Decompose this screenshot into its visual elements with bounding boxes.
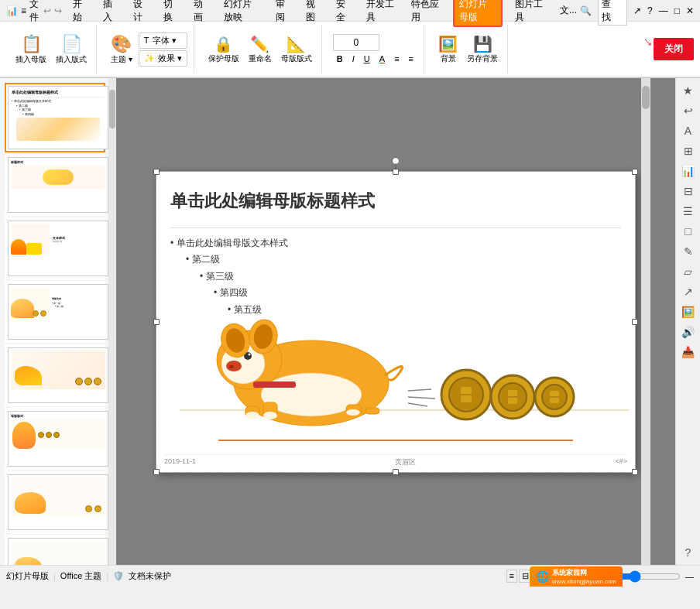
menu-picture-tools[interactable]: 图片工具 [512,0,547,26]
right-btn-minus[interactable]: ⊟ [679,182,698,200]
handle-ml[interactable] [153,319,160,325]
undo-btn[interactable]: ↩ [43,5,51,16]
slide-thumb-7[interactable] [5,471,105,533]
thumb-preview-2: 标题样式 [8,157,108,213]
handle-bm[interactable] [393,469,399,475]
slide-scrollbar-thumb[interactable] [109,90,115,128]
handle-mr[interactable] [632,319,638,325]
minimize-btn[interactable]: — [659,5,668,16]
right-btn-pen[interactable]: ✎ [679,242,698,261]
ribbon-content: 📋 插入母版 📄 插入版式 🎨 主题 ▾ T 字体 ▾ [0,22,700,77]
title-bar-left: 📊 ≡ 文件 ↩ ↪ [6,0,62,24]
right-btn-list[interactable]: ☰ [679,202,698,221]
font-size-input[interactable] [333,34,379,51]
theme-icon: 🎨 [111,34,132,54]
slide-thumb-4[interactable]: 母版文本 • 第一级 • 第二级 [5,281,105,343]
canvas-scrollbar-thumb[interactable] [642,86,650,109]
handle-tm[interactable] [393,169,399,175]
svg-point-18 [263,412,277,419]
font-btn[interactable]: T 字体 ▾ [139,33,187,49]
menu-slide-master[interactable]: 幻灯片母版 [453,0,503,27]
watermark-name: 系统家园网 [552,568,616,578]
right-btn-link[interactable]: ↗ [679,282,698,301]
right-btn-square[interactable]: □ [679,222,698,241]
align-right-btn[interactable]: ≡ [405,53,417,65]
right-btn-text[interactable]: A [679,121,698,140]
help-btn[interactable]: ? [647,5,653,16]
search-label[interactable]: 查找 [598,0,627,26]
redo-btn[interactable]: ↪ [54,5,62,16]
menu-slideshow[interactable]: 幻灯片放映 [221,0,264,26]
slide-thumb-6[interactable]: 母版版式 [5,408,105,470]
italic-btn[interactable]: I [348,53,359,65]
slide-thumb-8[interactable] [5,535,105,565]
font-color-btn[interactable]: A [376,53,389,65]
slide-panel-scrollbar[interactable] [108,78,116,565]
underline-btn[interactable]: U [360,53,374,65]
ribbon-group-master: 🔒 保护母版 ✏️ 重命名 📐 母版版式 [199,25,322,74]
menu-insert[interactable]: 插入 [100,0,121,26]
file-menu[interactable]: ≡ [21,5,26,16]
master-layout-btn[interactable]: 📐 母版版式 [278,33,315,66]
right-btn-back[interactable]: ↩ [679,101,698,120]
theme-btn[interactable]: 🎨 主题 ▾ [108,33,136,67]
right-btn-star[interactable]: ★ [679,81,698,100]
protect-master-btn[interactable]: 🔒 保护母版 [205,33,242,66]
menu-security[interactable]: 安全 [333,0,354,26]
slide-thumb-1[interactable]: 1 单击此处编辑母版标题样式 • 单击此处编辑母版文本样式 • 第二级 • 第三… [5,83,105,152]
slide-thumb-5[interactable] [5,344,105,406]
share-btn[interactable]: ↗ [633,5,641,16]
canvas-area: 单击此处编辑母版标题样式 • 单击此处编辑母版文本样式 • 第二级 • 第三级 … [116,78,675,565]
right-btn-grid[interactable]: ⊞ [679,142,698,160]
effects-btn[interactable]: ✨ 效果 ▾ [139,50,187,67]
slide-thumb-2[interactable]: 标题样式 [5,154,105,216]
zoom-slider[interactable] [619,570,681,583]
svg-line-23 [408,403,427,406]
close-master-btn[interactable]: 关闭 [654,38,694,60]
align-left-btn[interactable]: ≡ [390,53,403,65]
handle-tl[interactable] [153,169,160,175]
right-btn-question[interactable]: ? [679,543,698,562]
handle-bl[interactable] [153,469,160,475]
handle-br[interactable] [632,469,638,475]
right-btn-chart[interactable]: 📊 [679,162,698,180]
insert-master-label: 插入母版 [15,54,46,65]
zoom-out-btn[interactable]: — [685,572,694,581]
status-separator1: | [53,572,56,581]
right-btn-sound[interactable]: 🔊 [679,323,698,341]
watermark-text: 系统家园网 www.xitongjiayuan.com [552,568,616,585]
handle-tr[interactable] [632,169,638,175]
rename-btn[interactable]: ✏️ 重命名 [245,33,275,66]
menu-developer[interactable]: 开发工具 [363,0,399,26]
menu-transition[interactable]: 切换 [160,0,181,26]
menu-more[interactable]: 文... [557,2,580,19]
footer-center: 页眉区 [395,457,416,467]
slide-canvas[interactable]: 单击此处编辑母版标题样式 • 单击此处编辑母版文本样式 • 第二级 • 第三级 … [156,171,636,473]
canvas-scrollbar[interactable] [641,78,650,565]
insert-layout-btn[interactable]: 📄 插入版式 [53,33,90,67]
thumb-content-5 [9,348,108,392]
maximize-btn[interactable]: □ [674,5,680,16]
menu-start[interactable]: 开始 [70,0,91,26]
insert-layout-icon: 📄 [61,34,82,54]
normal-view-btn[interactable]: ≡ [506,570,517,583]
right-btn-image[interactable]: 🖼️ [679,303,698,321]
menu-review[interactable]: 审阅 [273,0,293,26]
menu-design[interactable]: 设计 [130,0,151,26]
menu-special[interactable]: 特色应用 [408,0,444,26]
ribbon-group-theme: 🎨 主题 ▾ T 字体 ▾ ✨ 效果 ▾ [101,25,194,74]
svg-line-22 [408,397,435,399]
right-btn-frame[interactable]: ▱ [679,262,698,281]
save-background-btn[interactable]: 💾 另存背景 [464,33,501,66]
bold-btn[interactable]: B [333,53,347,65]
menu-view[interactable]: 视图 [303,0,324,26]
file-label[interactable]: 文件 [29,0,40,24]
slide-thumb-3[interactable]: 文本样式 内容区域 [5,217,105,279]
background-btn[interactable]: 🖼️ 背景 [435,33,461,66]
insert-master-btn[interactable]: 📋 插入母版 [12,33,50,67]
status-bar: 幻灯片母版 | Office 主题 | 🛡️ 文档未保护 ≡ ⊟ ⊞ ▤ ▶ 5… [0,565,700,587]
window-close-btn[interactable]: ✕ [686,5,694,16]
menu-animation[interactable]: 动画 [190,0,211,26]
thumb-content-3: 文本样式 内容区域 [9,221,108,257]
right-btn-download[interactable]: 📥 [679,343,698,361]
